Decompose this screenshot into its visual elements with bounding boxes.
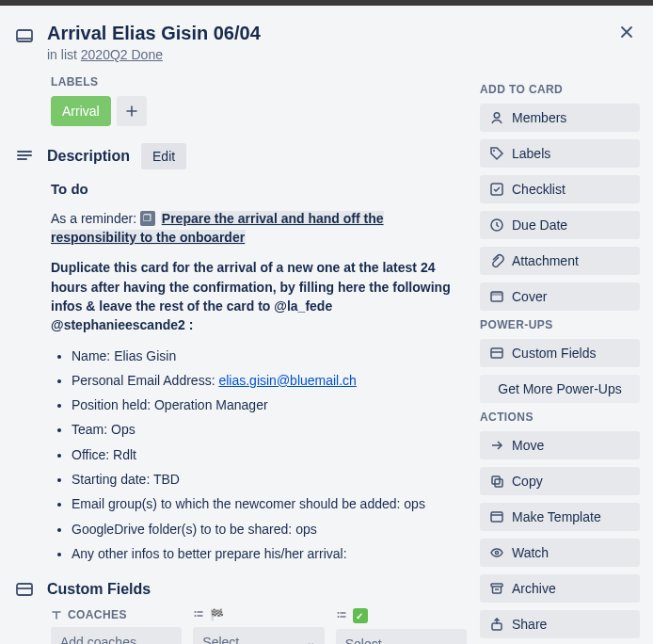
- coaches-input[interactable]: Add coaches...: [51, 627, 182, 644]
- svg-point-7: [337, 616, 339, 618]
- card-icon: [15, 26, 34, 45]
- todo-heading: To do: [51, 179, 467, 200]
- svg-point-6: [337, 612, 339, 614]
- svg-rect-21: [491, 584, 502, 587]
- cover-button[interactable]: Cover: [480, 282, 640, 311]
- svg-rect-17: [495, 479, 502, 487]
- label-arrival[interactable]: Arrival: [51, 96, 111, 126]
- labels-icon: [489, 146, 504, 161]
- field-position: Position held: Operation Manager: [72, 395, 467, 414]
- field-other: Any other infos to better prepare his/he…: [72, 544, 467, 563]
- field-email: Personal Email Address: elias.gisin@blue…: [72, 371, 467, 390]
- labels-button[interactable]: Labels: [480, 139, 640, 168]
- text-field-icon: [51, 609, 62, 620]
- svg-rect-14: [491, 348, 502, 358]
- checklist-button[interactable]: Checklist: [480, 175, 640, 203]
- card-modal: Arrival Elias Gisin 06/04 in list 2020Q2…: [0, 6, 653, 644]
- list-field-icon: [193, 609, 204, 620]
- svg-rect-0: [17, 30, 32, 41]
- field-office: Office: Rdlt: [72, 445, 467, 464]
- move-icon: [489, 438, 504, 453]
- add-to-card-heading: ADD TO CARD: [480, 83, 640, 96]
- plus-icon: [125, 105, 138, 118]
- archive-button[interactable]: Archive: [480, 574, 640, 603]
- field-team: Team: Ops: [72, 420, 467, 439]
- status-select[interactable]: Select... ⌄: [193, 627, 324, 644]
- custom-fields-icon: [15, 580, 34, 599]
- description-body[interactable]: To do As a reminder: ❐ Prepare the arriv…: [51, 179, 467, 563]
- svg-rect-13: [491, 292, 502, 296]
- close-icon: [619, 24, 634, 40]
- svg-rect-22: [492, 623, 502, 630]
- members-icon: [489, 110, 504, 125]
- svg-rect-2: [17, 584, 32, 595]
- custom-fields-button[interactable]: Custom Fields: [480, 339, 640, 367]
- field-groups: Email group(s) to which the newcomer sho…: [72, 494, 467, 513]
- cover-icon: [489, 289, 504, 304]
- actions-heading: ACTIONS: [480, 411, 640, 424]
- card-header: Arrival Elias Gisin 06/04 in list 2020Q2…: [13, 17, 640, 75]
- onboarding-fields-list: Name: Elias Gisin Personal Email Address…: [51, 346, 467, 564]
- card-title[interactable]: Arrival Elias Gisin 06/04: [47, 21, 261, 45]
- coaches-label: COACHES: [68, 608, 127, 621]
- svg-point-4: [195, 611, 197, 613]
- clock-icon: [489, 217, 504, 233]
- archive-icon: [489, 581, 504, 596]
- check-badge-icon: ✓: [353, 608, 368, 623]
- list-field-icon: [336, 610, 347, 621]
- card-list-location: in list 2020Q2 Done: [47, 47, 261, 62]
- trello-card-icon: ❐: [140, 211, 155, 226]
- close-button[interactable]: [613, 19, 640, 45]
- template-icon: [489, 509, 504, 524]
- svg-point-9: [493, 150, 495, 152]
- description-heading: Description: [47, 148, 130, 165]
- field-start: Starting date: TBD: [72, 470, 467, 489]
- field-gdrive: GoogleDrive folder(s) to to be shared: o…: [72, 520, 467, 539]
- approval-select[interactable]: Select... ⌄: [336, 629, 467, 644]
- share-icon: [489, 617, 504, 632]
- make-template-button[interactable]: Make Template: [480, 503, 640, 531]
- duplicate-instructions: Duplicate this card for the arrival of a…: [51, 260, 451, 332]
- email-link[interactable]: elias.gisin@bluemail.ch: [218, 373, 357, 388]
- move-button[interactable]: Move: [480, 431, 640, 459]
- copy-icon: [489, 474, 504, 489]
- svg-rect-16: [492, 476, 500, 484]
- custom-fields-heading: Custom Fields: [47, 581, 151, 598]
- copy-button[interactable]: Copy: [480, 467, 640, 495]
- svg-point-5: [195, 615, 197, 617]
- power-ups-heading: POWER-UPS: [480, 318, 640, 331]
- checklist-icon: [489, 182, 504, 197]
- watch-icon: [489, 545, 504, 560]
- get-more-powerups-button[interactable]: Get More Power-Ups: [480, 375, 640, 403]
- list-link[interactable]: 2020Q2 Done: [81, 47, 163, 62]
- due-date-button[interactable]: Due Date: [480, 211, 640, 239]
- field-name: Name: Elias Gisin: [72, 346, 467, 365]
- members-button[interactable]: Members: [480, 104, 640, 132]
- chevron-down-icon: ⌄: [307, 636, 315, 644]
- fields-icon: [489, 346, 504, 361]
- attachment-button[interactable]: Attachment: [480, 247, 640, 275]
- labels-heading: LABELS: [51, 75, 467, 89]
- svg-rect-18: [491, 512, 502, 522]
- attachment-icon: [489, 253, 504, 268]
- svg-point-20: [495, 551, 498, 554]
- chevron-down-icon: ⌄: [449, 638, 457, 644]
- svg-point-8: [494, 113, 500, 119]
- share-button[interactable]: Share: [480, 610, 640, 638]
- description-icon: [15, 147, 34, 166]
- edit-description-button[interactable]: Edit: [141, 143, 186, 169]
- watch-button[interactable]: Watch: [480, 539, 640, 567]
- add-label-button[interactable]: [117, 96, 147, 126]
